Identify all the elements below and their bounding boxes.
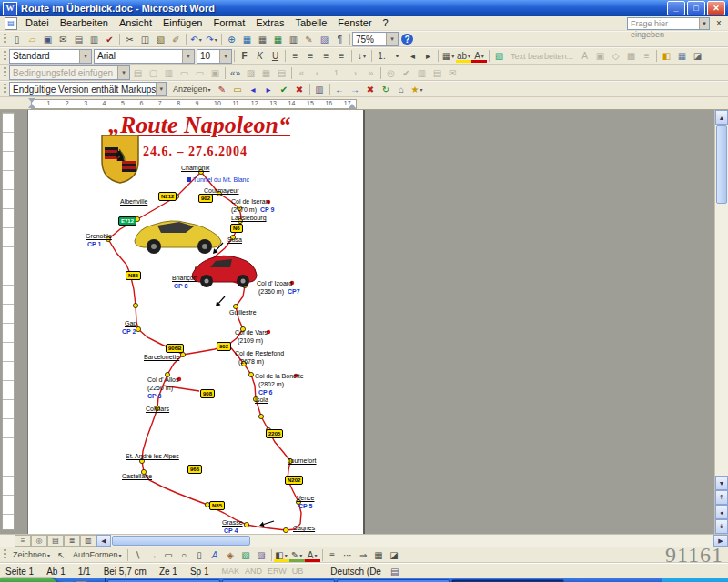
decrease-indent-icon[interactable]: ◂ [405,49,420,63]
autoshapes-menu-button[interactable]: AutoFormen▾ [69,548,126,562]
undo-icon[interactable]: ↶▾ [188,33,204,46]
vertical-scrollbar[interactable]: ▲ ▼ ↟ ● ↡ [714,110,728,534]
line-style-icon[interactable]: ≡ [325,548,340,562]
menu-item-tabelle[interactable]: Tabelle [289,16,332,30]
normal-view-button[interactable]: ≡ [15,535,31,547]
close-document-icon[interactable]: × [713,17,725,29]
shadow-settings-icon[interactable]: ◪ [690,49,705,63]
web-layout-view-button[interactable]: ◎ [31,535,47,547]
line-color-icon[interactable]: ✎▾ [289,548,305,562]
web-home-icon[interactable]: ⌂ [394,83,410,96]
align-right-icon[interactable]: ≡ [318,49,334,63]
email-icon[interactable]: ✉ [56,33,71,46]
outline-view-button[interactable]: ≣ [64,535,80,547]
web-back-icon[interactable]: ← [332,83,348,96]
vertical-ruler[interactable] [2,112,15,530]
fill-color-icon[interactable]: ◧▾ [274,548,289,562]
right-indent-marker[interactable] [349,104,356,108]
grid-icon[interactable]: ▦ [674,49,690,63]
show-menu-button[interactable]: Anzeigen ▾ [169,83,215,96]
left-indent-marker[interactable] [28,104,35,108]
chevron-down-icon[interactable]: ▾ [699,18,709,29]
minimize-button[interactable]: _ [667,1,685,15]
columns-icon[interactable]: ▥ [286,33,301,46]
accept-change-icon[interactable]: ✔ [277,83,292,96]
borders-icon[interactable]: ▦▾ [440,49,456,63]
document-icon[interactable]: ▤ [5,17,17,30]
highlight-icon[interactable]: ab▾ [456,49,471,63]
redo-icon[interactable]: ↷▾ [204,33,219,46]
menu-item-bearbeiten[interactable]: Bearbeiten [55,16,114,30]
previous-page-icon[interactable]: ↟ [715,490,728,505]
chevron-down-icon[interactable]: ▾ [156,83,166,95]
align-left-icon[interactable]: ≡ [288,49,303,63]
insert-hyperlink-icon[interactable]: ⊕ [224,33,239,46]
track-changes-icon[interactable]: ✎ [215,83,230,96]
dash-style-icon[interactable]: ⋯ [340,548,356,562]
document-map-icon[interactable]: ▨ [317,33,332,46]
toolbar-grip[interactable] [4,84,6,95]
menu-item-datei[interactable]: Datei [20,16,55,30]
print-layout-view-button[interactable]: ▤ [47,535,64,547]
align-center-icon[interactable]: ≡ [303,49,318,63]
toolbar-grip[interactable] [4,67,6,78]
display-for-review-combo[interactable]: Endgültige Version enthält Markups ▾ [9,82,167,96]
insert-picture-icon[interactable]: ▨ [254,548,269,562]
shadow-style-icon[interactable]: ▦ [371,548,387,562]
arrow-style-icon[interactable]: ⇒ [356,548,371,562]
arrow-icon[interactable]: → [146,548,161,562]
close-button[interactable]: ✕ [707,1,725,15]
view-merged-data-icon[interactable]: «» [228,66,243,80]
insert-excel-icon[interactable]: ▦ [270,33,286,46]
document-page[interactable]: „Route Napoleon“ 24.6. – 27.6.2004 ♞ [27,110,365,534]
chevron-down-icon[interactable]: ▾ [219,50,231,63]
select-objects-icon[interactable]: ↖ [54,548,69,562]
bold-icon[interactable]: F [237,49,252,63]
underline-icon[interactable]: U [268,49,283,63]
format-painter-icon[interactable]: ✐ [168,33,184,46]
menu-item-einfgen[interactable]: Einfügen [157,16,207,30]
maximize-button[interactable]: □ [687,1,705,15]
line-spacing-icon[interactable]: ↕▾ [354,49,369,63]
insert-comment-icon[interactable]: ▭ [230,83,246,96]
print-preview-icon[interactable]: ▥ [86,33,102,46]
diagram-icon[interactable]: ◈ [223,548,238,562]
chevron-down-icon[interactable]: ▾ [182,50,194,63]
insert-picture-icon[interactable]: ▧ [491,49,507,63]
font-combo[interactable]: Arial ▾ [94,49,195,64]
toolbar-grip[interactable] [4,51,6,62]
clip-art-icon[interactable]: ▧ [238,548,254,562]
chevron-down-icon[interactable]: ▾ [79,50,91,63]
fill-effects-icon[interactable]: ◧ [659,49,674,63]
first-line-indent-marker[interactable] [28,98,35,103]
reading-layout-view-button[interactable]: ▥ [80,535,96,547]
wordart-icon[interactable]: A [207,548,223,562]
style-combo[interactable]: Standard ▾ [9,49,92,64]
open-icon[interactable]: ▱ [25,33,40,46]
chevron-down-icon[interactable]: ▾ [386,33,398,45]
vertical-scroll-track[interactable] [715,205,728,476]
scroll-down-icon[interactable]: ▼ [715,476,728,490]
cut-icon[interactable]: ✂ [122,33,137,46]
zoom-combo[interactable]: 75% ▾ [352,32,399,46]
paste-icon[interactable]: ▧ [153,33,168,46]
copy-icon[interactable]: ◫ [137,33,153,46]
next-change-icon[interactable]: ▸ [261,83,277,96]
tables-borders-icon[interactable]: ▦ [239,33,255,46]
select-browse-object-icon[interactable]: ● [715,505,728,519]
line-icon[interactable]: ∖ [130,548,146,562]
reject-change-icon[interactable]: ✖ [292,83,308,96]
menu-item-ansicht[interactable]: Ansicht [114,16,157,30]
font-size-combo[interactable]: 10 ▾ [197,49,232,64]
menu-item-fenster[interactable]: Fenster [332,16,377,30]
vertical-scroll-thumb[interactable] [716,125,727,204]
horizontal-ruler[interactable]: 1234567891011121314151617 [0,97,728,110]
horizontal-scroll-thumb[interactable] [112,536,250,546]
justify-icon[interactable]: ≡ [334,49,349,63]
increase-indent-icon[interactable]: ▸ [420,49,436,63]
font-color-icon[interactable]: A▾ [471,49,487,63]
rectangle-icon[interactable]: ▭ [161,548,177,562]
ask-a-question-box[interactable]: Frage hier eingeben ▾ [627,17,710,30]
drawing-icon[interactable]: ✎ [301,33,317,46]
toolbar-grip[interactable] [4,549,6,560]
